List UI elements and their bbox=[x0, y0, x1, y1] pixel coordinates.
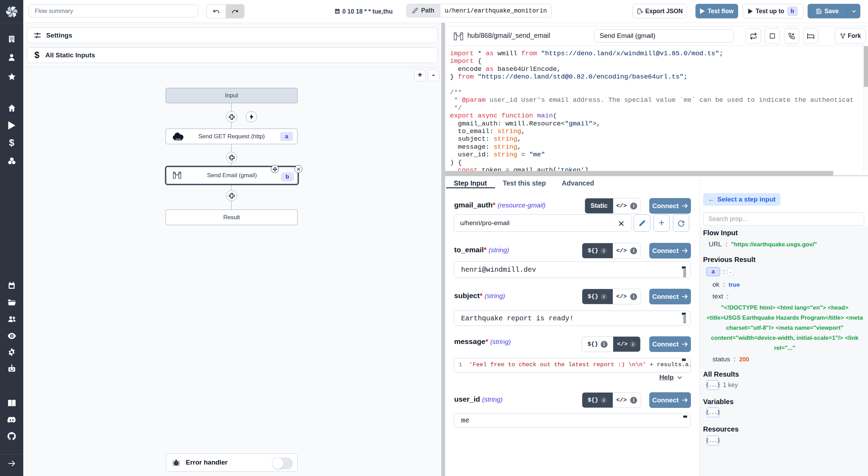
svg-text:HTTP: HTTP bbox=[175, 138, 181, 140]
